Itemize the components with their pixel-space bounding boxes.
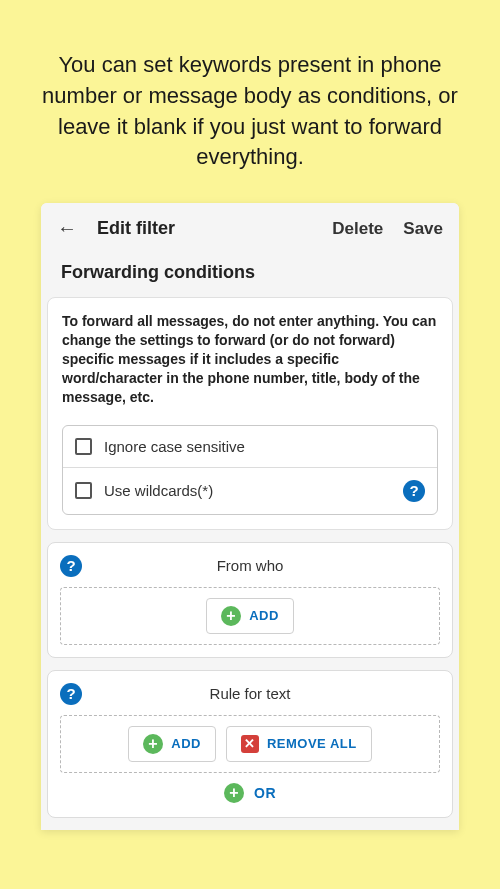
ignore-case-label: Ignore case sensitive bbox=[104, 438, 425, 455]
app-actions: Delete Save bbox=[332, 219, 443, 239]
delete-button[interactable]: Delete bbox=[332, 219, 383, 239]
or-label: OR bbox=[254, 785, 276, 801]
rule-text-title: Rule for text bbox=[92, 685, 408, 702]
add-from-who-button[interactable]: + ADD bbox=[206, 598, 294, 634]
app-title: Edit filter bbox=[97, 218, 312, 239]
remove-all-button[interactable]: ✕ REMOVE ALL bbox=[226, 726, 372, 762]
plus-icon: + bbox=[224, 783, 244, 803]
add-label: ADD bbox=[249, 608, 279, 623]
app-bar: ← Edit filter Delete Save bbox=[41, 203, 459, 254]
wildcards-label: Use wildcards(*) bbox=[104, 482, 391, 499]
from-who-header: ? From who bbox=[60, 553, 440, 587]
from-who-title: From who bbox=[92, 557, 408, 574]
options-box: Ignore case sensitive Use wildcards(*) ? bbox=[62, 425, 438, 515]
ignore-case-row[interactable]: Ignore case sensitive bbox=[63, 426, 437, 467]
promo-heading: You can set keywords present in phone nu… bbox=[0, 0, 500, 203]
info-card: To forward all messages, do not enter an… bbox=[47, 297, 453, 529]
or-button[interactable]: + OR bbox=[60, 773, 440, 805]
rule-text-actions-area: + ADD ✕ REMOVE ALL bbox=[60, 715, 440, 773]
plus-icon: + bbox=[221, 606, 241, 626]
checkbox-icon[interactable] bbox=[75, 482, 92, 499]
help-icon[interactable]: ? bbox=[60, 555, 82, 577]
remove-all-label: REMOVE ALL bbox=[267, 736, 357, 751]
remove-icon: ✕ bbox=[241, 735, 259, 753]
back-icon[interactable]: ← bbox=[57, 217, 77, 240]
checkbox-icon[interactable] bbox=[75, 438, 92, 455]
from-who-card: ? From who + ADD bbox=[47, 542, 453, 658]
phone-screen: ← Edit filter Delete Save Forwarding con… bbox=[41, 203, 459, 829]
add-rule-button[interactable]: + ADD bbox=[128, 726, 216, 762]
info-text: To forward all messages, do not enter an… bbox=[62, 312, 438, 406]
section-title: Forwarding conditions bbox=[41, 254, 459, 297]
add-label: ADD bbox=[171, 736, 201, 751]
wildcards-row[interactable]: Use wildcards(*) ? bbox=[63, 467, 437, 514]
help-icon[interactable]: ? bbox=[60, 683, 82, 705]
plus-icon: + bbox=[143, 734, 163, 754]
from-who-add-area: + ADD bbox=[60, 587, 440, 645]
save-button[interactable]: Save bbox=[403, 219, 443, 239]
rule-text-card: ? Rule for text + ADD ✕ REMOVE ALL + OR bbox=[47, 670, 453, 818]
rule-text-header: ? Rule for text bbox=[60, 681, 440, 715]
help-icon[interactable]: ? bbox=[403, 480, 425, 502]
